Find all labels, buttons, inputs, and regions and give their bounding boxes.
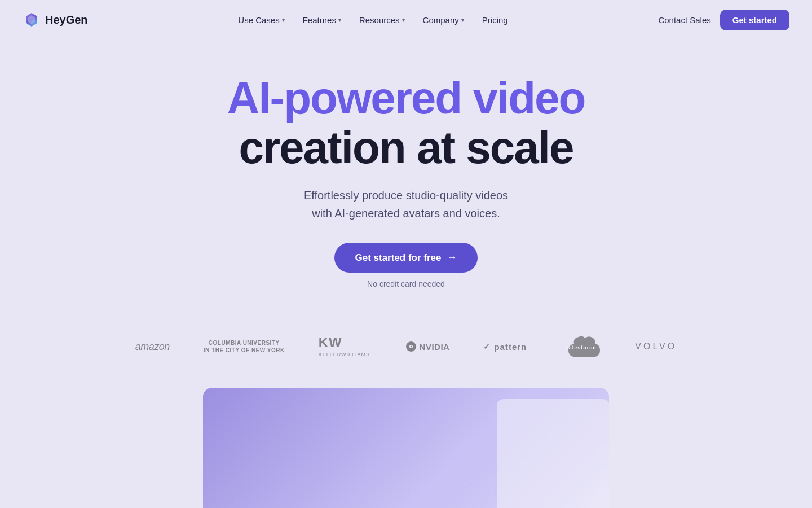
- svg-point-1: [410, 346, 412, 348]
- logo-columbia: COLUMBIA UNIVERSITYIN THE CITY OF NEW YO…: [204, 339, 285, 354]
- hero-title-line1: AI-powered video: [227, 73, 585, 123]
- logo-volvo: VOLVO: [635, 341, 677, 352]
- nav-right: Contact Sales Get started: [658, 10, 789, 30]
- hero-cta-wrapper: Get started for free → No credit card ne…: [334, 243, 477, 288]
- no-credit-card-label: No credit card needed: [367, 279, 445, 288]
- hero-title-line2: creation at scale: [227, 123, 585, 173]
- nav-item-pricing[interactable]: Pricing: [474, 11, 516, 29]
- nav-item-use-cases[interactable]: Use Cases ▾: [230, 11, 292, 29]
- brand-name: HeyGen: [45, 14, 88, 27]
- nav-item-company[interactable]: Company ▾: [415, 11, 472, 29]
- checkmark-icon: ✓: [483, 342, 491, 351]
- hero-title: AI-powered video creation at scale: [227, 73, 585, 173]
- video-section: [0, 376, 812, 508]
- contact-sales-link[interactable]: Contact Sales: [658, 15, 710, 25]
- brand-logo[interactable]: HeyGen: [23, 11, 88, 29]
- logos-section: amazon COLUMBIA UNIVERSITYIN THE CITY OF…: [0, 311, 812, 376]
- navbar: HeyGen Use Cases ▾ Features ▾ Resources …: [0, 0, 812, 40]
- arrow-right-icon: →: [447, 252, 457, 264]
- nvidia-eye-icon: [406, 341, 416, 352]
- hero-cta-button[interactable]: Get started for free →: [334, 243, 477, 273]
- video-preview: [203, 388, 609, 508]
- logo-pattern: ✓ pattern: [483, 342, 527, 352]
- svg-text:salesforce: salesforce: [566, 345, 597, 351]
- get-started-button[interactable]: Get started: [720, 10, 789, 30]
- nav-links: Use Cases ▾ Features ▾ Resources ▾ Compa…: [230, 11, 515, 29]
- nav-item-features[interactable]: Features ▾: [295, 11, 349, 29]
- hero-subtitle: Effortlessly produce studio-quality vide…: [304, 186, 508, 222]
- chevron-down-icon: ▾: [282, 17, 285, 23]
- heygen-logo-icon: [23, 11, 41, 29]
- logo-salesforce: salesforce: [561, 334, 601, 360]
- chevron-down-icon: ▾: [402, 17, 405, 23]
- video-side-panel: [497, 399, 609, 508]
- logo-nvidia: NVIDIA: [406, 341, 450, 352]
- logo-keller-williams: KW KELLERWILLIAMS.: [319, 336, 372, 357]
- chevron-down-icon: ▾: [461, 17, 464, 23]
- chevron-down-icon: ▾: [338, 17, 341, 23]
- hero-section: AI-powered video creation at scale Effor…: [0, 40, 812, 311]
- nav-item-resources[interactable]: Resources ▾: [351, 11, 413, 29]
- logo-amazon: amazon: [135, 341, 170, 353]
